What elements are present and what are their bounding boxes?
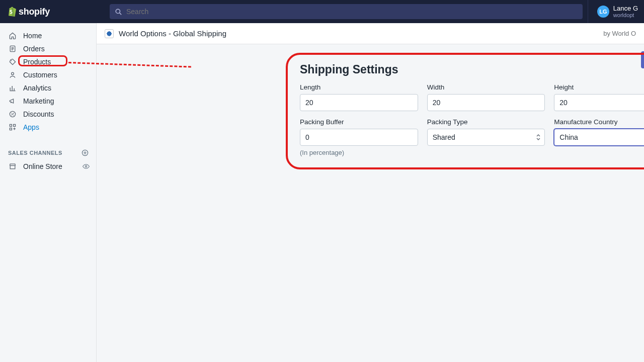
analytics-icon (8, 83, 17, 93)
svg-point-3 (11, 60, 12, 61)
tag-icon (8, 57, 17, 66)
width-label: Width (427, 83, 545, 91)
buffer-hint: (In percentage) (300, 149, 418, 156)
sidebar-item-orders[interactable]: Orders (0, 42, 96, 55)
field-width: Width (427, 83, 545, 111)
sidebar-item-marketing[interactable]: Marketing (0, 95, 96, 108)
main: World Options - Global Shipping by World… (97, 23, 644, 362)
search-wrap (97, 4, 588, 19)
width-input[interactable] (427, 94, 545, 111)
sidebar-item-label: Analytics (23, 84, 51, 92)
sidebar-item-discounts[interactable]: Discounts (0, 108, 96, 121)
add-channel-icon[interactable] (81, 149, 89, 157)
svg-rect-12 (10, 165, 15, 168)
field-height: Height (554, 83, 644, 111)
field-packing-type: Packing Type (427, 118, 545, 156)
buffer-input[interactable] (300, 129, 418, 146)
user-name: Lance G (613, 5, 638, 12)
orders-icon (8, 44, 17, 53)
svg-line-1 (120, 13, 121, 14)
field-length: Length (300, 83, 418, 111)
app-title: World Options - Global Shipping (119, 29, 226, 38)
height-label: Height (554, 83, 644, 91)
buffer-label: Packing Buffer (300, 118, 418, 126)
megaphone-icon (8, 97, 17, 106)
length-label: Length (300, 83, 418, 91)
user-meta: Lance G worldopt (613, 5, 638, 18)
country-select[interactable] (554, 129, 644, 146)
sidebar-item-apps[interactable]: Apps (0, 121, 96, 134)
country-label: Manufacture Country (554, 118, 644, 126)
sidebar-item-label: Marketing (23, 97, 54, 105)
app-byline: by World O (603, 30, 636, 37)
annotation-highlight (18, 55, 67, 66)
store-icon (8, 162, 17, 171)
svg-point-7 (13, 115, 14, 116)
sidebar-item-analytics[interactable]: Analytics (0, 81, 96, 95)
user-block[interactable]: LG Lance G worldopt (588, 0, 644, 23)
ptype-select[interactable] (427, 129, 545, 146)
sidebar-channel-online-store[interactable]: Online Store (0, 160, 96, 173)
svg-point-13 (85, 165, 87, 167)
sidebar-item-home[interactable]: Home (0, 29, 96, 42)
height-input[interactable] (554, 94, 644, 111)
app-icon (105, 29, 114, 38)
discount-icon (8, 110, 17, 119)
sales-channels-header: SALES CHANNELS (0, 134, 96, 160)
app-bar: World Options - Global Shipping by World… (97, 23, 644, 44)
apps-icon (8, 123, 17, 132)
field-manufacture-country: Manufacture Country (554, 118, 644, 156)
card-title: Shipping Settings (300, 63, 644, 76)
svg-rect-8 (10, 124, 12, 126)
home-icon (8, 31, 17, 40)
search-icon (115, 8, 122, 16)
view-store-icon[interactable] (82, 162, 90, 170)
topbar: shopify LG Lance G worldopt (0, 0, 644, 23)
search-box[interactable] (110, 4, 583, 19)
section-header-label: SALES CHANNELS (8, 150, 62, 156)
search-input[interactable] (126, 8, 578, 16)
sidebar-item-label: Apps (23, 123, 39, 131)
field-packing-buffer: Packing Buffer (In percentage) (300, 118, 418, 156)
shipping-settings-card: Shipping Settings Length Width Height (286, 53, 644, 169)
avatar: LG (597, 6, 609, 18)
svg-point-6 (11, 113, 12, 114)
sidebar-item-label: Customers (23, 71, 57, 79)
logo-text: shopify (19, 7, 50, 17)
svg-rect-10 (10, 128, 12, 130)
ptype-label: Packing Type (427, 118, 545, 126)
sidebar-item-label: Discounts (23, 110, 54, 118)
sidebar-item-label: Orders (23, 45, 45, 53)
sidebar-item-label: Online Store (23, 162, 62, 170)
svg-point-4 (12, 72, 14, 75)
sidebar-item-customers[interactable]: Customers (0, 68, 96, 81)
shopify-bag-icon (6, 6, 16, 17)
length-input[interactable] (300, 94, 418, 111)
logo[interactable]: shopify (6, 6, 97, 17)
svg-rect-9 (14, 124, 16, 126)
customer-icon (8, 70, 17, 79)
sidebar: Home Orders Products Customers Analytics… (0, 23, 97, 362)
user-sub: worldopt (613, 12, 638, 18)
content: Shipping Settings Length Width Height (97, 44, 644, 362)
sidebar-item-label: Home (23, 32, 42, 40)
